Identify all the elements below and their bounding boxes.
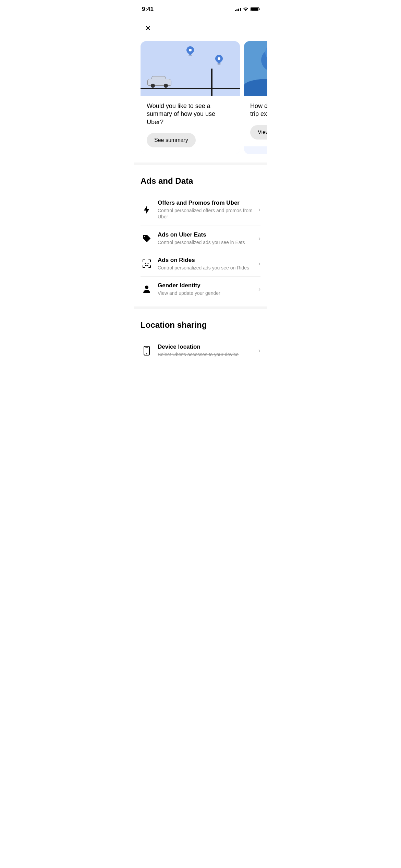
chevron-icon-device-location: › (258, 347, 260, 354)
tag-icon (141, 232, 153, 244)
pin-2 (215, 55, 223, 65)
face-scan-icon (141, 257, 153, 270)
svg-point-1 (145, 263, 146, 264)
card-summary-illustration (141, 41, 240, 96)
car-wheel-right (164, 84, 168, 88)
menu-item-subtitle-ads-rides: Control personalized ads you see on Ride… (158, 265, 256, 271)
lightning-icon (141, 204, 153, 216)
menu-text-device-location: Device location Select Uber's accesses t… (158, 343, 256, 358)
signal-bar-3 (238, 9, 239, 11)
road-vertical (211, 69, 212, 96)
card-summary-content: Would you like to see a summary of how y… (141, 96, 240, 154)
tree-top (261, 48, 267, 72)
signal-bar-1 (235, 10, 236, 11)
view-button[interactable]: View (250, 125, 267, 140)
chevron-icon-gender-identity: › (258, 286, 260, 293)
menu-text-offers-promos: Offers and Promos from Uber Control pers… (158, 200, 256, 220)
card-summary-title: Would you like to see a summary of how y… (147, 102, 234, 126)
ads-data-section: Ads and Data Offers and Promos from Uber… (134, 167, 267, 305)
menu-item-subtitle-gender-identity: View and update your gender (158, 290, 256, 296)
menu-item-offers-promos[interactable]: Offers and Promos from Uber Control pers… (141, 194, 260, 226)
close-button-area (134, 17, 267, 38)
menu-item-ads-eats[interactable]: Ads on Uber Eats Control personalized ad… (141, 226, 260, 251)
chevron-icon-offers-promos: › (258, 206, 260, 213)
svg-point-3 (145, 286, 148, 289)
car-illustration (147, 77, 171, 88)
card-trip-illustration (244, 41, 267, 96)
status-time: 9:41 (142, 6, 154, 13)
signal-bar-4 (240, 8, 241, 11)
menu-item-subtitle-device-location: Select Uber's accesses to your device (158, 351, 256, 358)
pin-head-1 (185, 45, 195, 55)
road-horizontal (141, 88, 240, 89)
menu-text-ads-rides: Ads on Rides Control personalized ads yo… (158, 257, 256, 271)
location-sharing-section: Location sharing Device location Select … (134, 311, 267, 366)
card-summary: Would you like to see a summary of how y… (141, 41, 240, 154)
menu-item-ads-rides[interactable]: Ads on Rides Control personalized ads yo… (141, 251, 260, 277)
svg-point-2 (148, 263, 149, 264)
menu-item-title-ads-eats: Ads on Uber Eats (158, 231, 256, 238)
card-trip: How does your trip expe View (244, 41, 267, 154)
section-divider-1 (134, 162, 267, 165)
section-divider-2 (134, 306, 267, 309)
tree-illustration (261, 48, 267, 79)
see-summary-button[interactable]: See summary (147, 133, 196, 147)
location-sharing-title: Location sharing (141, 320, 260, 330)
svg-point-0 (144, 236, 145, 237)
car-wheel-left (151, 84, 155, 88)
menu-item-title-device-location: Device location (158, 343, 256, 350)
signal-bar-2 (236, 9, 238, 11)
status-bar: 9:41 (134, 0, 267, 17)
menu-text-gender-identity: Gender Identity View and update your gen… (158, 282, 256, 296)
signal-bars-icon (235, 7, 241, 11)
ads-data-title: Ads and Data (141, 176, 260, 186)
menu-item-title-offers-promos: Offers and Promos from Uber (158, 200, 256, 206)
status-icons (235, 7, 259, 12)
chevron-icon-ads-eats: › (258, 235, 260, 242)
card-trip-title: How does your trip expe (250, 102, 267, 118)
menu-item-gender-identity[interactable]: Gender Identity View and update your gen… (141, 277, 260, 302)
wave-shape (244, 79, 267, 96)
pin-head-2 (214, 53, 224, 64)
pin-1 (186, 46, 194, 56)
person-icon (141, 283, 153, 296)
phone-icon (141, 345, 153, 357)
close-icon (145, 25, 151, 32)
battery-fill (251, 8, 258, 11)
menu-item-title-gender-identity: Gender Identity (158, 282, 256, 289)
menu-item-subtitle-offers-promos: Control personalized offers and promos f… (158, 207, 256, 220)
wifi-icon (243, 7, 248, 12)
menu-item-subtitle-ads-eats: Control personalized ads you see in Eats (158, 239, 256, 245)
card-trip-content: How does your trip expe View (244, 96, 267, 146)
cards-container: Would you like to see a summary of how y… (134, 38, 267, 161)
chevron-icon-ads-rides: › (258, 260, 260, 267)
close-button[interactable] (141, 21, 156, 36)
menu-item-device-location[interactable]: Device location Select Uber's accesses t… (141, 338, 260, 363)
battery-icon (251, 7, 259, 11)
menu-text-ads-eats: Ads on Uber Eats Control personalized ad… (158, 231, 256, 245)
svg-point-5 (146, 353, 147, 354)
menu-item-title-ads-rides: Ads on Rides (158, 257, 256, 264)
